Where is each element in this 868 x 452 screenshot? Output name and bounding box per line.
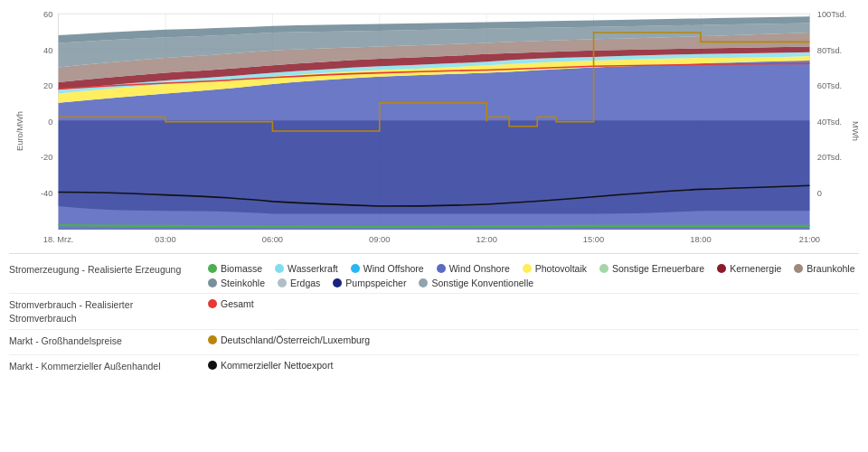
svg-text:18:00: 18:00 (690, 235, 711, 244)
svg-text:Euro/MWh: Euro/MWh (15, 111, 24, 151)
legend-item-pumpspeicher: Pumpspeicher (333, 278, 406, 288)
sonstige-konventionelle-label: Sonstige Konventionelle (431, 278, 533, 288)
kernenergie-label: Kernenergie (730, 263, 781, 274)
legend-section-stromverbrauch: Stromverbrauch - Realisierter Stromverbr… (9, 294, 859, 330)
legend-section-grosshandel: Markt - Großhandelspreise Deutschland/Ös… (9, 330, 859, 355)
wind-onshore-dot (437, 264, 446, 273)
pumpspeicher-dot (333, 278, 342, 287)
svg-text:18. Mrz.: 18. Mrz. (43, 235, 74, 244)
legend-item-kernenergie: Kernenergie (717, 263, 781, 274)
svg-text:21:00: 21:00 (799, 235, 820, 244)
braunkohle-label: Braunkohle (807, 263, 854, 274)
photovoltaik-dot (523, 264, 532, 273)
sonstige-konventionelle-dot (419, 278, 428, 287)
legend-area: Stromerzeugung - Realisierte Erzeugung B… (9, 253, 859, 447)
biomasse-label: Biomasse (221, 263, 262, 274)
legend-item-gesamt: Gesamt (208, 298, 254, 309)
deoelux-dot (208, 335, 217, 344)
nettoexport-label: Kommerzieller Nettoexport (221, 360, 333, 371)
legend-item-nettoexport: Kommerzieller Nettoexport (208, 360, 333, 371)
deoelux-label: Deutschland/Österreich/Luxemburg (221, 334, 370, 345)
legend-item-sonstige-erneuerbare: Sonstige Erneuerbare (599, 263, 704, 274)
legend-item-wind-offshore: Wind Offshore (351, 263, 424, 274)
wind-offshore-label: Wind Offshore (363, 263, 424, 274)
legend-section-label-aussenhandel: Markt - Kommerzieller Außenhandel (9, 360, 208, 373)
erdgas-label: Erdgas (290, 278, 320, 288)
photovoltaik-label: Photovoltaik (535, 263, 587, 274)
svg-text:100Tsd.: 100Tsd. (817, 10, 847, 19)
steinkohle-dot (208, 278, 217, 287)
legend-item-wind-onshore: Wind Onshore (437, 263, 510, 274)
svg-text:60Tsd.: 60Tsd. (817, 81, 842, 90)
chart-svg: 60 40 20 0 -20 -40 Euro/MWh 100Tsd. 80Ts… (9, 9, 859, 253)
braunkohle-dot (794, 264, 803, 273)
svg-text:-20: -20 (41, 153, 52, 162)
svg-text:80Tsd.: 80Tsd. (817, 46, 842, 55)
sonstige-erneuerbare-dot (599, 264, 609, 273)
svg-text:40Tsd.: 40Tsd. (817, 118, 842, 127)
svg-text:03:00: 03:00 (155, 235, 175, 244)
legend-items-grosshandel: Deutschland/Österreich/Luxemburg (208, 334, 370, 345)
svg-text:MWh: MWh (851, 121, 859, 141)
legend-item-biomasse: Biomasse (208, 263, 262, 274)
legend-item-sonstige-konventionelle: Sonstige Konventionelle (419, 278, 533, 288)
legend-section-label-stromverbrauch: Stromverbrauch - Realisierter Stromverbr… (9, 298, 208, 325)
svg-text:12:00: 12:00 (476, 235, 496, 244)
svg-text:60: 60 (43, 10, 52, 19)
chart-area: 60 40 20 0 -20 -40 Euro/MWh 100Tsd. 80Ts… (9, 9, 859, 253)
steinkohle-label: Steinkohle (221, 278, 265, 288)
wasserkraft-dot (275, 264, 284, 273)
legend-item-photovoltaik: Photovoltaik (523, 263, 587, 274)
svg-text:-40: -40 (41, 189, 52, 198)
legend-section-label-stromerzeugung: Stromerzeugung - Realisierte Erzeugung (9, 263, 208, 277)
legend-section-aussenhandel: Markt - Kommerzieller Außenhandel Kommer… (9, 355, 859, 381)
erdgas-dot (278, 278, 287, 287)
biomasse-dot (208, 264, 217, 273)
main-container: 60 40 20 0 -20 -40 Euro/MWh 100Tsd. 80Ts… (0, 0, 868, 452)
wind-offshore-dot (351, 264, 360, 273)
sonstige-erneuerbare-label: Sonstige Erneuerbare (612, 263, 704, 274)
pumpspeicher-label: Pumpspeicher (345, 278, 406, 288)
legend-item-erdgas: Erdgas (278, 278, 320, 288)
wind-onshore-label: Wind Onshore (449, 263, 510, 274)
gesamt-dot (208, 299, 217, 308)
legend-section-stromerzeugung: Stromerzeugung - Realisierte Erzeugung B… (9, 259, 859, 294)
legend-section-label-grosshandel: Markt - Großhandelspreise (9, 334, 208, 348)
legend-items-stromverbrauch: Gesamt (208, 298, 254, 309)
wasserkraft-label: Wasserkraft (288, 263, 338, 274)
svg-text:20Tsd.: 20Tsd. (817, 153, 842, 162)
legend-items-stromerzeugung: Biomasse Wasserkraft Wind Offshore Wind … (208, 263, 859, 288)
legend-item-steinkohle: Steinkohle (208, 278, 265, 288)
svg-text:06:00: 06:00 (262, 235, 283, 244)
legend-item-braunkohle: Braunkohle (794, 263, 854, 274)
svg-text:0: 0 (48, 118, 52, 127)
svg-text:09:00: 09:00 (369, 235, 390, 244)
svg-text:20: 20 (43, 81, 52, 90)
legend-item-wasserkraft: Wasserkraft (275, 263, 338, 274)
gesamt-label: Gesamt (221, 298, 254, 309)
svg-text:15:00: 15:00 (583, 235, 604, 244)
svg-text:40: 40 (43, 46, 52, 55)
nettoexport-dot (208, 361, 217, 370)
legend-item-deoelux: Deutschland/Österreich/Luxemburg (208, 334, 370, 345)
legend-items-aussenhandel: Kommerzieller Nettoexport (208, 360, 333, 371)
kernenergie-dot (717, 264, 726, 273)
svg-text:0: 0 (817, 189, 822, 198)
